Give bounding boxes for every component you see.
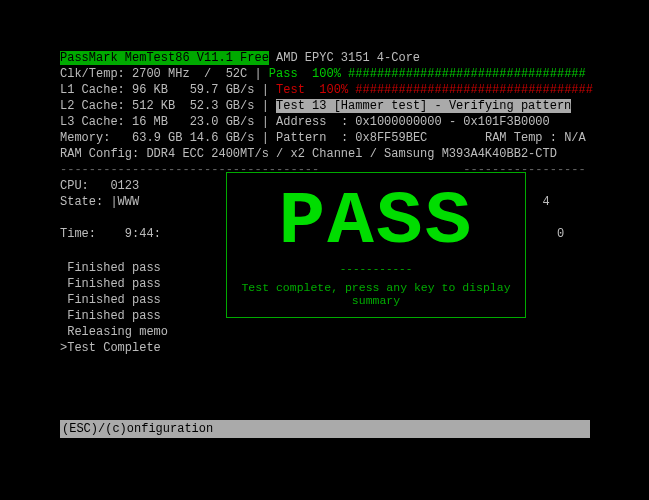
pass-divider: -----------	[227, 263, 525, 275]
app-badge: PassMark MemTest86 V11.1 Free	[60, 51, 269, 65]
pass-message: Test complete, press any key to display …	[227, 281, 525, 307]
log-line: >Test Complete	[60, 340, 590, 356]
header-line: PassMark MemTest86 V11.1 Free AMD EPYC 3…	[60, 50, 590, 66]
memtest-screen: PassMark MemTest86 V11.1 Free AMD EPYC 3…	[60, 50, 590, 356]
clk-line: Clk/Temp: 2700 MHz / 52C | Pass 100% ###…	[60, 66, 590, 82]
mem-line: Memory: 63.9 GB 14.6 GB/s | Pattern : 0x…	[60, 130, 590, 146]
l3-line: L3 Cache: 16 MB 23.0 GB/s | Address : 0x…	[60, 114, 590, 130]
log-line: Releasing memo	[60, 324, 590, 340]
l1-line: L1 Cache: 96 KB 59.7 GB/s | Test 100% ##…	[60, 82, 590, 98]
l2-line: L2 Cache: 512 KB 52.3 GB/s | Test 13 [Ha…	[60, 98, 590, 114]
cpu-model: AMD EPYC 3151 4-Core	[276, 51, 420, 65]
pass-dialog[interactable]: PASS ----------- Test complete, press an…	[226, 172, 526, 318]
pass-big-text: PASS	[220, 185, 533, 259]
footer-bar[interactable]: (ESC)/(c)onfiguration	[60, 420, 590, 438]
current-test: Test 13 [Hammer test] - Verifying patter…	[276, 99, 571, 113]
ramconfig-line: RAM Config: DDR4 ECC 2400MT/s / x2 Chann…	[60, 146, 590, 162]
